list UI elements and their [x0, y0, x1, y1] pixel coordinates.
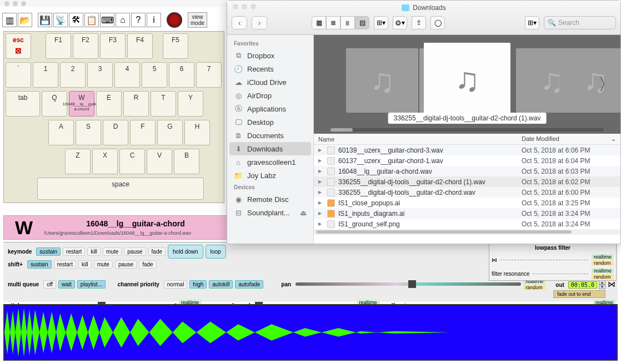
search-input[interactable]: 🔍 Search [544, 16, 616, 29]
key-esc[interactable]: esc⊠ [6, 33, 31, 59]
col-date[interactable]: Date Modified [522, 135, 559, 143]
keymode-fade[interactable]: fade [148, 247, 166, 256]
coverflow-card-center[interactable]: ♫ [424, 43, 510, 116]
back-button[interactable]: ‹ [232, 16, 247, 29]
key-h[interactable]: H [184, 120, 210, 145]
key-1[interactable]: 1 [33, 62, 58, 88]
key-t[interactable]: T [151, 91, 176, 117]
keymode-pause[interactable]: pause [124, 247, 146, 256]
broadcast-button[interactable]: 📡 [53, 13, 68, 27]
key-x[interactable]: X [92, 149, 118, 174]
sort-chevron-icon[interactable]: ⌄ [611, 135, 616, 143]
key-4[interactable]: 4 [114, 62, 140, 88]
file-row[interactable]: ▶IS1_close_popups.aiOct 5, 2018 at 3:25 … [314, 198, 620, 208]
info-button[interactable]: i [147, 13, 161, 27]
keymode-mute[interactable]: mute [103, 247, 122, 256]
list-view-button[interactable]: ≣ [326, 16, 340, 29]
key-5[interactable]: 5 [142, 62, 167, 88]
holddown-button[interactable]: hold down [168, 245, 203, 259]
sidebar-item-soundplant-disk[interactable]: ⊟Soundplant...⏏ [227, 206, 313, 219]
key-f1[interactable]: F1 [46, 33, 71, 59]
key-backtick[interactable]: ` [6, 62, 31, 88]
record-button[interactable] [167, 12, 182, 28]
lp-realtime[interactable]: realtime [592, 254, 614, 260]
key-b[interactable]: B [174, 149, 199, 174]
key-6[interactable]: 6 [169, 62, 194, 88]
key-a[interactable]: A [48, 120, 74, 145]
mq-off[interactable]: off [43, 280, 56, 289]
finder-min-icon[interactable] [242, 4, 247, 9]
pan-random[interactable]: random [523, 285, 545, 290]
home-button[interactable]: ⌂ [116, 13, 130, 27]
eject-icon[interactable]: ⏏ [300, 209, 307, 217]
key-2[interactable]: 2 [60, 62, 86, 88]
waveform-display[interactable] [3, 304, 618, 361]
sidebar-item-downloads[interactable]: ⬇Downloads [229, 142, 311, 155]
notes-button[interactable]: 📋 [84, 13, 99, 27]
keymode-sustain[interactable]: sustain [36, 247, 61, 256]
file-row[interactable]: ▶336255__digital-dj-tools__guitar-d2-cho… [314, 176, 620, 187]
cp-high[interactable]: high [189, 280, 207, 289]
key-s[interactable]: S [76, 120, 101, 145]
lowpass-slider[interactable] [500, 260, 588, 260]
lowpass-link-icon[interactable]: ⋈ [492, 257, 497, 263]
file-row[interactable]: ▶336255__digital-dj-tools__guitar-d2-cho… [314, 187, 620, 198]
view-mode-toggle[interactable]: view mode [188, 12, 207, 28]
mq-wait[interactable]: wait [58, 280, 75, 289]
shift-fade[interactable]: fade [139, 260, 156, 269]
arrange-button[interactable]: ⊞▾ [374, 16, 388, 29]
key-f2[interactable]: F2 [73, 33, 98, 59]
finder-max-icon[interactable] [251, 4, 256, 9]
key-z[interactable]: Z [65, 149, 91, 174]
shift-sustain[interactable]: sustain [27, 260, 52, 269]
coverflow-next-arrow[interactable]: 〉 [598, 73, 615, 96]
key-c[interactable]: C [119, 149, 145, 174]
key-r[interactable]: R [123, 91, 149, 117]
open-folder-button[interactable]: 📂 [18, 13, 32, 27]
finder-close-icon[interactable] [233, 4, 238, 9]
save-button[interactable]: 💾 [38, 13, 52, 27]
key-7[interactable]: 7 [196, 62, 222, 88]
coverflow-area[interactable]: ♫ ♫ ♫ ♫ ♫ 〉 336255__digital-dj-tools__gu… [314, 35, 620, 134]
loop-button[interactable]: loop [206, 245, 226, 259]
file-row[interactable]: ▶IS1_ground_self.pngOct 5, 2018 at 3:24 … [314, 219, 620, 229]
sidebar-item-desktop[interactable]: 🖵Desktop [227, 115, 313, 129]
key-e[interactable]: E [96, 91, 122, 117]
key-3[interactable]: 3 [87, 62, 113, 88]
keymode-kill[interactable]: kill [87, 247, 101, 256]
filterres-slider[interactable] [533, 274, 588, 274]
sidebar-item-icloud[interactable]: ☁iCloud Drive [227, 75, 313, 89]
file-row[interactable]: ▶60137__uzerx__guitar-chord-1.wavOct 5, … [314, 155, 620, 166]
key-w[interactable]: W16048__lg__guitar-a-chord [69, 91, 94, 117]
coverflow-scrollbar[interactable] [330, 128, 604, 132]
sidebar-item-home[interactable]: ⌂gravescolleen1 [227, 155, 313, 169]
file-row[interactable]: ▶16048__lg__guitar-a-chord.wavOct 5, 201… [314, 166, 620, 176]
shift-restart[interactable]: restart [54, 260, 76, 269]
key-f[interactable]: F [130, 120, 156, 145]
shift-mute[interactable]: mute [94, 260, 113, 269]
fr-random[interactable]: random [592, 274, 614, 280]
cp-autofade[interactable]: autofade [235, 280, 263, 289]
dropbox-button[interactable]: ⊞▾ [525, 16, 539, 29]
pan-slider[interactable] [296, 280, 521, 288]
col-name[interactable]: Name [318, 136, 522, 143]
action-menu-button[interactable]: ⚙▾ [393, 16, 407, 29]
lp-random[interactable]: random [592, 260, 614, 266]
cp-normal[interactable]: normal [164, 280, 188, 289]
coverflow-view-button[interactable]: ▤ [355, 16, 369, 29]
new-keymap-button[interactable]: ▥ [2, 13, 17, 27]
file-row[interactable]: ▶60139__uzerx__guitar-chord-3.wavOct 5, … [314, 145, 620, 155]
forward-button[interactable]: › [252, 16, 267, 29]
sidebar-item-joylabz[interactable]: 📁Joy Labz [227, 169, 313, 182]
sidebar-item-dropbox[interactable]: ⧉Dropbox [227, 49, 313, 62]
key-v[interactable]: V [147, 149, 172, 174]
tools-button[interactable]: 🛠 [69, 13, 83, 27]
tags-button[interactable]: ◯ [430, 16, 445, 29]
key-f4[interactable]: F4 [127, 33, 153, 59]
keymode-restart[interactable]: restart [63, 247, 85, 256]
icon-view-button[interactable]: ▦ [312, 16, 326, 29]
file-row[interactable]: ▶IS1_inputs_diagram.aiOct 5, 2018 at 3:2… [314, 208, 620, 219]
shift-kill[interactable]: kill [78, 260, 92, 269]
sidebar-item-airdrop[interactable]: ◎AirDrop [227, 89, 313, 102]
file-list-scrollbar[interactable] [314, 229, 620, 235]
